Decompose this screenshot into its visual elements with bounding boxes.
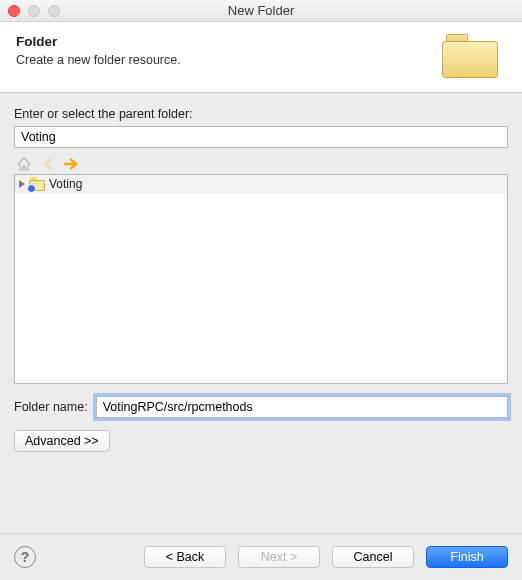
dialog-heading: Folder	[16, 34, 181, 49]
folder-tree[interactable]: Voting	[14, 174, 508, 384]
advanced-button[interactable]: Advanced >>	[14, 430, 110, 452]
folder-name-label: Folder name:	[14, 400, 88, 414]
window-controls	[8, 5, 60, 17]
arrow-left-icon[interactable]	[40, 156, 56, 172]
expand-icon[interactable]	[19, 180, 25, 188]
tree-item-label: Voting	[49, 177, 82, 191]
arrow-right-icon[interactable]	[64, 156, 80, 172]
dialog-description: Create a new folder resource.	[16, 53, 181, 67]
folder-icon	[442, 34, 498, 78]
folder-name-input[interactable]	[96, 396, 508, 418]
dialog-content: Enter or select the parent folder: Votin…	[0, 93, 522, 462]
project-icon	[29, 177, 45, 191]
home-icon[interactable]	[16, 156, 32, 172]
next-button: Next >	[238, 546, 320, 568]
cancel-button[interactable]: Cancel	[332, 546, 414, 568]
dialog-footer: ? < Back Next > Cancel Finish	[0, 533, 522, 580]
minimize-window-icon[interactable]	[28, 5, 40, 17]
help-icon[interactable]: ?	[14, 546, 36, 568]
dialog-header: Folder Create a new folder resource.	[0, 22, 522, 93]
parent-folder-label: Enter or select the parent folder:	[14, 107, 508, 121]
close-window-icon[interactable]	[8, 5, 20, 17]
back-button[interactable]: < Back	[144, 546, 226, 568]
parent-folder-input[interactable]	[14, 126, 508, 148]
tree-item-voting[interactable]: Voting	[15, 175, 507, 193]
finish-button[interactable]: Finish	[426, 546, 508, 568]
titlebar: New Folder	[0, 0, 522, 22]
tree-navbar	[14, 154, 508, 174]
window-title: New Folder	[0, 3, 522, 18]
zoom-window-icon[interactable]	[48, 5, 60, 17]
